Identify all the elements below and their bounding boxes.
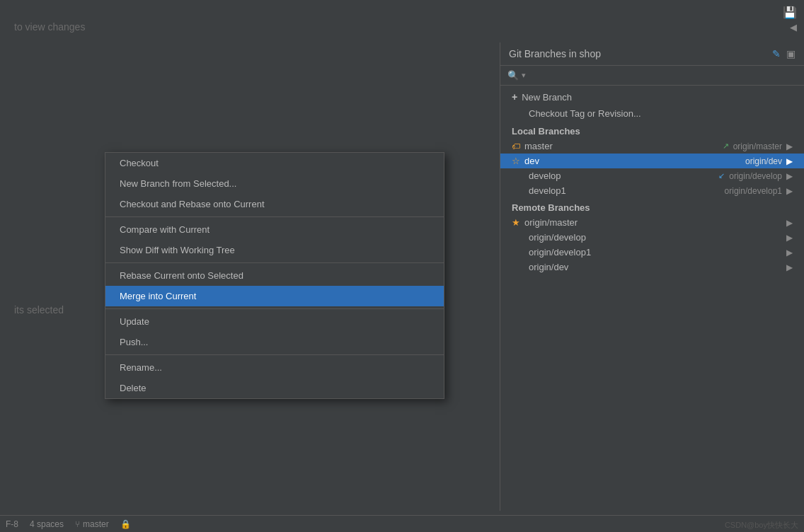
- ctx-checkout[interactable]: Checkout: [105, 153, 444, 173]
- branch-name-master: master: [524, 141, 718, 151]
- branch-remote-develop1: origin/develop1: [725, 186, 782, 196]
- branch-item-origin-develop[interactable]: origin/develop ▶: [500, 230, 804, 245]
- layout-icon[interactable]: ▣: [786, 48, 796, 59]
- ctx-push[interactable]: Push...: [105, 332, 444, 352]
- ctx-show-diff[interactable]: Show Diff with Working Tree: [105, 240, 444, 260]
- ctx-separator-1: [105, 216, 444, 217]
- ctx-checkout-rebase[interactable]: Checkout and Rebase onto Current: [105, 194, 444, 214]
- git-panel-title: Git Branches in shop: [509, 48, 601, 59]
- branch-remote-master: origin/master: [733, 141, 782, 151]
- new-branch-label: New Branch: [522, 92, 572, 103]
- git-panel-icons: ✎ ▣: [772, 48, 796, 59]
- context-menu: Checkout New Branch from Selected... Che…: [105, 152, 444, 399]
- ctx-rebase-current[interactable]: Rebase Current onto Selected: [105, 265, 444, 286]
- ctx-delete[interactable]: Delete: [105, 378, 444, 398]
- spaces-label: 4 spaces: [30, 519, 64, 529]
- branch-item-develop1[interactable]: develop1 origin/develop1 ▶: [500, 183, 804, 198]
- arrow-up-icon: ↗: [723, 141, 729, 151]
- status-shortcut: F-8: [6, 519, 18, 529]
- git-search-bar: 🔍 ▾: [500, 66, 804, 86]
- branch-item-master[interactable]: 🏷 master ↗ origin/master ▶: [500, 139, 804, 154]
- status-spaces[interactable]: 4 spaces: [30, 519, 64, 529]
- ctx-separator-4: [105, 354, 444, 355]
- top-right-toolbar: 💾 ◀: [783, 6, 797, 33]
- branch-icon: ⑂: [75, 519, 80, 529]
- branch-expand-origin-develop[interactable]: ▶: [786, 233, 793, 243]
- branch-name-develop: develop: [529, 170, 714, 181]
- ctx-merge-current[interactable]: Merge into Current: [105, 286, 444, 306]
- search-icon: 🔍: [507, 70, 519, 81]
- branch-name-origin-develop1: origin/develop1: [529, 247, 782, 258]
- branch-expand-origin-develop1[interactable]: ▶: [786, 248, 793, 258]
- arrow-teal-icon: ↙: [718, 171, 725, 180]
- search-dropdown-icon: ▾: [522, 71, 526, 80]
- ctx-update[interactable]: Update: [105, 311, 444, 332]
- git-panel-header: Git Branches in shop ✎ ▣: [500, 42, 804, 66]
- tag-icon: 🏷: [512, 141, 520, 151]
- ctx-new-branch-from-selected[interactable]: New Branch from Selected...: [105, 173, 444, 194]
- branch-item-develop[interactable]: develop ↙ origin/develop ▶: [500, 168, 804, 183]
- branch-item-origin-develop1[interactable]: origin/develop1 ▶: [500, 245, 804, 260]
- branch-expand-origin-master[interactable]: ▶: [786, 218, 793, 228]
- status-branch[interactable]: ⑂ master: [75, 519, 109, 529]
- lock-icon: 🔒: [120, 519, 131, 529]
- branch-remote-dev: origin/dev: [745, 156, 782, 166]
- branch-name-develop1: develop1: [529, 185, 720, 196]
- status-lock: 🔒: [120, 519, 131, 529]
- branch-name-origin-master: origin/master: [524, 217, 782, 228]
- bg-text2: its selected: [14, 304, 64, 316]
- checkout-tag-action[interactable]: Checkout Tag or Revision...: [500, 105, 804, 122]
- collapse-icon[interactable]: ◀: [790, 22, 797, 33]
- shortcut-label: F-8: [6, 519, 18, 529]
- branch-name-origin-develop: origin/develop: [529, 232, 782, 243]
- branch-name-dev: dev: [524, 156, 741, 166]
- branch-remote-develop: origin/develop: [729, 171, 782, 181]
- branch-expand-origin-dev[interactable]: ▶: [786, 262, 793, 272]
- branch-item-origin-dev[interactable]: origin/dev ▶: [500, 260, 804, 274]
- remote-branches-header: Remote Branches: [500, 198, 804, 215]
- status-bar: F-8 4 spaces ⑂ master 🔒: [0, 515, 804, 532]
- star-icon-dev: ☆: [512, 156, 520, 166]
- checkout-tag-label: Checkout Tag or Revision...: [529, 108, 641, 119]
- new-branch-action[interactable]: + New Branch: [500, 88, 804, 105]
- branch-expand-master[interactable]: ▶: [786, 141, 793, 151]
- watermark: CSDN@boy快快长大: [725, 520, 798, 531]
- ctx-rename[interactable]: Rename...: [105, 357, 444, 378]
- branch-name-origin-dev: origin/dev: [529, 262, 782, 272]
- plus-icon: +: [512, 91, 517, 103]
- branch-label: master: [83, 519, 109, 529]
- edit-icon[interactable]: ✎: [772, 48, 781, 59]
- search-input[interactable]: [529, 70, 797, 81]
- star-gold-icon: ★: [512, 217, 520, 228]
- branch-expand-develop1[interactable]: ▶: [786, 186, 793, 196]
- ctx-compare-current[interactable]: Compare with Current: [105, 219, 444, 240]
- save-icon[interactable]: 💾: [783, 6, 797, 19]
- ctx-separator-2: [105, 262, 444, 263]
- branch-expand-develop[interactable]: ▶: [786, 171, 793, 181]
- git-content: + New Branch Checkout Tag or Revision...…: [500, 86, 804, 511]
- ctx-separator-3: [105, 308, 444, 309]
- git-branches-panel: Git Branches in shop ✎ ▣ 🔍 ▾ + New Branc…: [500, 42, 804, 511]
- local-branches-header: Local Branches: [500, 122, 804, 139]
- branch-expand-dev[interactable]: ▶: [786, 156, 793, 166]
- bg-text1: to view changes: [14, 21, 85, 33]
- branch-item-origin-master[interactable]: ★ origin/master ▶: [500, 215, 804, 230]
- branch-item-dev[interactable]: ☆ dev origin/dev ▶: [500, 154, 804, 168]
